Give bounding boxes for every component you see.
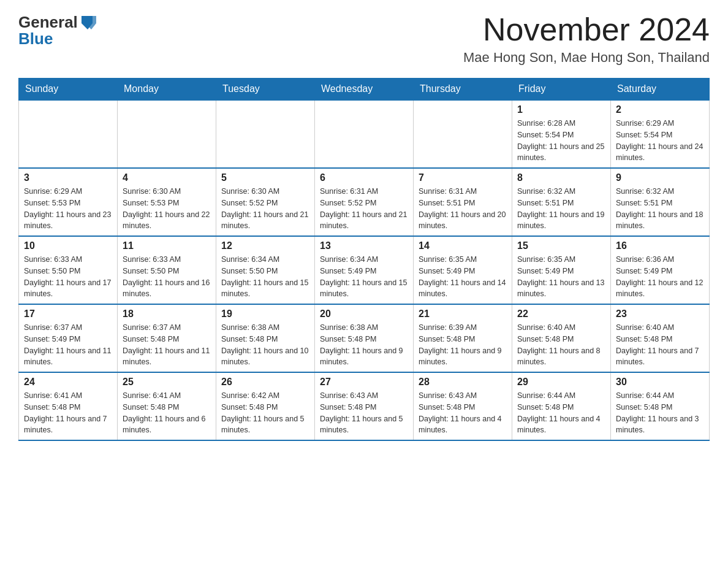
day-number: 3: [24, 172, 112, 183]
calendar-week-row: 24Sunrise: 6:41 AMSunset: 5:48 PMDayligh…: [19, 372, 710, 440]
calendar-cell: 12Sunrise: 6:34 AMSunset: 5:50 PMDayligh…: [216, 236, 315, 304]
day-number: 26: [221, 377, 309, 388]
day-number: 16: [616, 240, 704, 251]
day-number: 11: [123, 240, 211, 251]
day-number: 28: [419, 377, 507, 388]
logo-general-text: General: [18, 13, 78, 32]
calendar-cell: 25Sunrise: 6:41 AMSunset: 5:48 PMDayligh…: [118, 372, 216, 440]
calendar-week-row: 17Sunrise: 6:37 AMSunset: 5:49 PMDayligh…: [19, 304, 710, 372]
calendar-cell: 13Sunrise: 6:34 AMSunset: 5:49 PMDayligh…: [315, 236, 414, 304]
day-info: Sunrise: 6:29 AMSunset: 5:54 PMDaylight:…: [616, 118, 704, 164]
calendar-week-row: 3Sunrise: 6:29 AMSunset: 5:53 PMDaylight…: [19, 168, 710, 236]
calendar-cell: 6Sunrise: 6:31 AMSunset: 5:52 PMDaylight…: [315, 168, 414, 236]
day-number: 9: [616, 172, 704, 183]
day-info: Sunrise: 6:30 AMSunset: 5:53 PMDaylight:…: [123, 186, 211, 232]
day-info: Sunrise: 6:37 AMSunset: 5:48 PMDaylight:…: [123, 322, 211, 368]
calendar-cell: 30Sunrise: 6:44 AMSunset: 5:48 PMDayligh…: [611, 372, 710, 440]
day-info: Sunrise: 6:28 AMSunset: 5:54 PMDaylight:…: [517, 118, 605, 164]
calendar-cell: [216, 100, 315, 168]
weekday-header-wednesday: Wednesday: [315, 79, 414, 101]
day-info: Sunrise: 6:38 AMSunset: 5:48 PMDaylight:…: [221, 322, 309, 368]
calendar-cell: [118, 100, 216, 168]
calendar-cell: 22Sunrise: 6:40 AMSunset: 5:48 PMDayligh…: [512, 304, 611, 372]
calendar-cell: 24Sunrise: 6:41 AMSunset: 5:48 PMDayligh…: [19, 372, 118, 440]
day-info: Sunrise: 6:39 AMSunset: 5:48 PMDaylight:…: [419, 322, 507, 368]
weekday-header-tuesday: Tuesday: [216, 79, 315, 101]
calendar-week-row: 10Sunrise: 6:33 AMSunset: 5:50 PMDayligh…: [19, 236, 710, 304]
day-info: Sunrise: 6:43 AMSunset: 5:48 PMDaylight:…: [419, 390, 507, 436]
calendar-cell: 21Sunrise: 6:39 AMSunset: 5:48 PMDayligh…: [414, 304, 512, 372]
calendar-cell: 2Sunrise: 6:29 AMSunset: 5:54 PMDaylight…: [611, 100, 710, 168]
calendar-cell: 27Sunrise: 6:43 AMSunset: 5:48 PMDayligh…: [315, 372, 414, 440]
day-number: 10: [24, 240, 112, 251]
calendar-week-row: 1Sunrise: 6:28 AMSunset: 5:54 PMDaylight…: [19, 100, 710, 168]
logo: General Blue: [18, 12, 96, 48]
calendar-cell: [19, 100, 118, 168]
day-number: 30: [616, 377, 704, 388]
day-number: 29: [517, 377, 605, 388]
day-info: Sunrise: 6:33 AMSunset: 5:50 PMDaylight:…: [24, 254, 112, 300]
calendar-cell: 14Sunrise: 6:35 AMSunset: 5:49 PMDayligh…: [414, 236, 512, 304]
day-number: 14: [419, 240, 507, 251]
day-info: Sunrise: 6:30 AMSunset: 5:52 PMDaylight:…: [221, 186, 309, 232]
calendar-cell: 1Sunrise: 6:28 AMSunset: 5:54 PMDaylight…: [512, 100, 611, 168]
day-info: Sunrise: 6:38 AMSunset: 5:48 PMDaylight:…: [320, 322, 408, 368]
day-info: Sunrise: 6:37 AMSunset: 5:49 PMDaylight:…: [24, 322, 112, 368]
day-number: 13: [320, 240, 408, 251]
day-info: Sunrise: 6:31 AMSunset: 5:52 PMDaylight:…: [320, 186, 408, 232]
logo-blue-text: Blue: [18, 29, 53, 48]
day-number: 27: [320, 377, 408, 388]
day-info: Sunrise: 6:41 AMSunset: 5:48 PMDaylight:…: [123, 390, 211, 436]
day-info: Sunrise: 6:40 AMSunset: 5:48 PMDaylight:…: [517, 322, 605, 368]
day-number: 20: [320, 308, 408, 320]
calendar-cell: 15Sunrise: 6:35 AMSunset: 5:49 PMDayligh…: [512, 236, 611, 304]
location-title: Mae Hong Son, Mae Hong Son, Thailand: [463, 50, 710, 66]
calendar-cell: 17Sunrise: 6:37 AMSunset: 5:49 PMDayligh…: [19, 304, 118, 372]
day-number: 21: [419, 308, 507, 320]
day-number: 4: [123, 172, 211, 183]
day-number: 5: [221, 172, 309, 183]
weekday-header-friday: Friday: [512, 79, 611, 101]
day-info: Sunrise: 6:34 AMSunset: 5:49 PMDaylight:…: [320, 254, 408, 300]
day-info: Sunrise: 6:44 AMSunset: 5:48 PMDaylight:…: [616, 390, 704, 436]
calendar-cell: 3Sunrise: 6:29 AMSunset: 5:53 PMDaylight…: [19, 168, 118, 236]
day-number: 12: [221, 240, 309, 251]
calendar-cell: 8Sunrise: 6:32 AMSunset: 5:51 PMDaylight…: [512, 168, 611, 236]
calendar-cell: 11Sunrise: 6:33 AMSunset: 5:50 PMDayligh…: [118, 236, 216, 304]
calendar-cell: 5Sunrise: 6:30 AMSunset: 5:52 PMDaylight…: [216, 168, 315, 236]
weekday-header-row: SundayMondayTuesdayWednesdayThursdayFrid…: [19, 79, 710, 101]
calendar-cell: 28Sunrise: 6:43 AMSunset: 5:48 PMDayligh…: [414, 372, 512, 440]
calendar-table: SundayMondayTuesdayWednesdayThursdayFrid…: [18, 78, 710, 441]
calendar-cell: 4Sunrise: 6:30 AMSunset: 5:53 PMDaylight…: [118, 168, 216, 236]
weekday-header-saturday: Saturday: [611, 79, 710, 101]
page-header: General Blue November 2024 Mae Hong Son,…: [18, 12, 710, 66]
day-info: Sunrise: 6:33 AMSunset: 5:50 PMDaylight:…: [123, 254, 211, 300]
title-block: November 2024 Mae Hong Son, Mae Hong Son…: [463, 12, 710, 66]
day-number: 7: [419, 172, 507, 183]
day-info: Sunrise: 6:42 AMSunset: 5:48 PMDaylight:…: [221, 390, 309, 436]
calendar-cell: 20Sunrise: 6:38 AMSunset: 5:48 PMDayligh…: [315, 304, 414, 372]
calendar-cell: 7Sunrise: 6:31 AMSunset: 5:51 PMDaylight…: [414, 168, 512, 236]
weekday-header-thursday: Thursday: [414, 79, 512, 101]
day-info: Sunrise: 6:32 AMSunset: 5:51 PMDaylight:…: [517, 186, 605, 232]
day-info: Sunrise: 6:32 AMSunset: 5:51 PMDaylight:…: [616, 186, 704, 232]
calendar-cell: 29Sunrise: 6:44 AMSunset: 5:48 PMDayligh…: [512, 372, 611, 440]
calendar-cell: 23Sunrise: 6:40 AMSunset: 5:48 PMDayligh…: [611, 304, 710, 372]
day-info: Sunrise: 6:31 AMSunset: 5:51 PMDaylight:…: [419, 186, 507, 232]
day-info: Sunrise: 6:44 AMSunset: 5:48 PMDaylight:…: [517, 390, 605, 436]
day-number: 25: [123, 377, 211, 388]
day-info: Sunrise: 6:41 AMSunset: 5:48 PMDaylight:…: [24, 390, 112, 436]
day-number: 23: [616, 308, 704, 320]
logo-arrow-icon: [79, 12, 96, 32]
day-number: 8: [517, 172, 605, 183]
day-number: 22: [517, 308, 605, 320]
weekday-header-sunday: Sunday: [19, 79, 118, 101]
day-info: Sunrise: 6:43 AMSunset: 5:48 PMDaylight:…: [320, 390, 408, 436]
day-info: Sunrise: 6:35 AMSunset: 5:49 PMDaylight:…: [517, 254, 605, 300]
calendar-cell: 9Sunrise: 6:32 AMSunset: 5:51 PMDaylight…: [611, 168, 710, 236]
day-number: 6: [320, 172, 408, 183]
weekday-header-monday: Monday: [118, 79, 216, 101]
calendar-cell: [414, 100, 512, 168]
calendar-cell: [315, 100, 414, 168]
day-info: Sunrise: 6:34 AMSunset: 5:50 PMDaylight:…: [221, 254, 309, 300]
